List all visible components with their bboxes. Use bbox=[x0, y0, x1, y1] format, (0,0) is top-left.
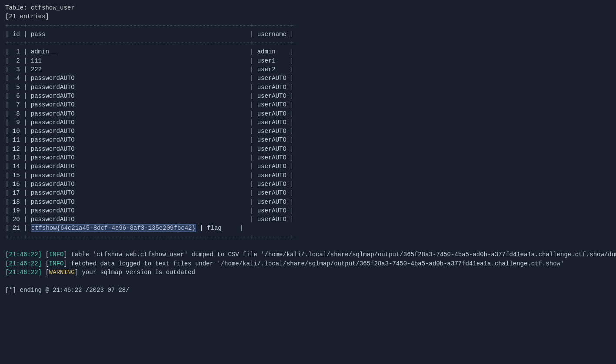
terminal-window: Table: ctfshow_user [21 entries] +----+-… bbox=[0, 0, 616, 364]
table-row: | 7 | passwordAUTO | userAUTO | bbox=[5, 100, 611, 109]
table-header: Table: ctfshow_user bbox=[5, 3, 611, 12]
empty-line bbox=[5, 242, 611, 250]
log-line-1: [21:46:22] [INFO] table 'ctfshow_web.ctf… bbox=[5, 250, 611, 259]
table-separator-mid: +----+----------------------------------… bbox=[5, 39, 611, 47]
table-row: | 18 | passwordAUTO | userAUTO | bbox=[5, 198, 611, 206]
table-row: | 13 | passwordAUTO | userAUTO | bbox=[5, 153, 611, 162]
table-row: | 15 | passwordAUTO | userAUTO | bbox=[5, 171, 611, 180]
table-row: | 6 | passwordAUTO | userAUTO | bbox=[5, 92, 611, 100]
col-id: id bbox=[13, 31, 20, 38]
table-row: | 1 | admin__ | admin | bbox=[5, 47, 611, 56]
table-row: | 16 | passwordAUTO | userAUTO | bbox=[5, 180, 611, 189]
ending-line: [*] ending @ 21:46:22 /2023-07-28/ bbox=[5, 286, 611, 295]
empty-line-2 bbox=[5, 277, 611, 285]
table-row: | 4 | passwordAUTO | userAUTO | bbox=[5, 74, 611, 83]
table-separator-bot: +----+----------------------------------… bbox=[5, 233, 611, 242]
table-row: | 11 | passwordAUTO | userAUTO | bbox=[5, 136, 611, 144]
table-row: | 19 | passwordAUTO | userAUTO | bbox=[5, 206, 611, 215]
table-row: | 5 | passwordAUTO | userAUTO | bbox=[5, 83, 611, 92]
table-row: | 12 | passwordAUTO | userAUTO | bbox=[5, 145, 611, 153]
table-row: | 9 | passwordAUTO | userAUTO | bbox=[5, 118, 611, 127]
table-column-headers: | id | pass | username | bbox=[5, 30, 611, 39]
col-pass: pass bbox=[31, 31, 250, 38]
table-separator-top: +----+----------------------------------… bbox=[5, 21, 611, 30]
log-line-2: [21:46:22] [INFO] fetched data logged to… bbox=[5, 259, 611, 268]
flag-value: ctfshow{64c21a45-8dcf-4e96-8af3-135e209f… bbox=[31, 224, 196, 232]
table-row: | 14 | passwordAUTO | userAUTO | bbox=[5, 162, 611, 171]
table-row: | 10 | passwordAUTO | userAUTO | bbox=[5, 127, 611, 136]
table-row: | 2 | 111 | user1 | bbox=[5, 56, 611, 65]
table-entries: [21 entries] bbox=[5, 12, 611, 21]
table-row-flag: | 21 | ctfshow{64c21a45-8dcf-4e96-8af3-1… bbox=[5, 224, 611, 232]
table-row: | 8 | passwordAUTO | userAUTO | bbox=[5, 109, 611, 118]
table-row: | 17 | passwordAUTO | userAUTO | bbox=[5, 189, 611, 197]
col-username: username bbox=[257, 31, 286, 38]
table-row: | 3 | 222 | user2 | bbox=[5, 65, 611, 74]
table-row: | 20 | passwordAUTO | userAUTO | bbox=[5, 215, 611, 224]
log-line-3: [21:46:22] [WARNING] your sqlmap version… bbox=[5, 268, 611, 277]
